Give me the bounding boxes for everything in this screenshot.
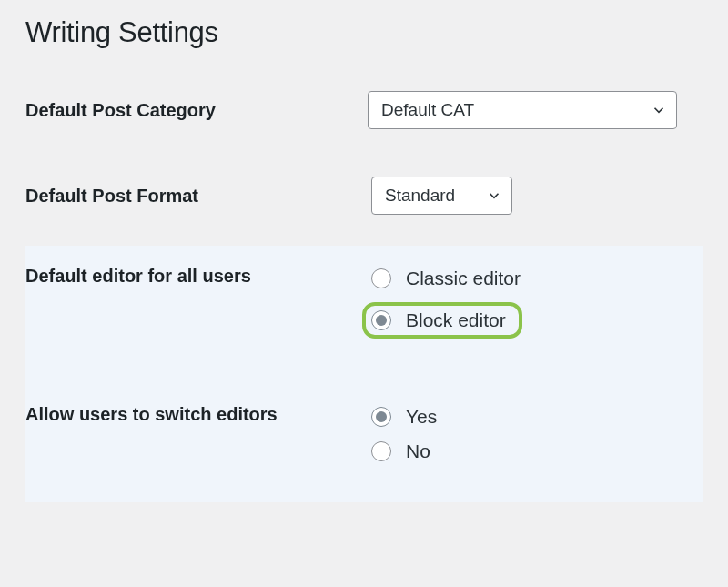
radio-label-block: Block editor — [406, 309, 506, 331]
radio-icon — [371, 407, 391, 427]
row-default-editor: Default editor for all users Classic edi… — [25, 246, 703, 357]
label-allow-switch: Allow users to switch editors — [25, 402, 371, 426]
label-default-post-category: Default Post Category — [25, 98, 368, 122]
highlighted-option-block-editor: Block editor — [362, 302, 522, 339]
radio-option-switch-no[interactable]: No — [371, 440, 677, 462]
select-format-value: Standard — [385, 186, 455, 206]
row-allow-switch: Allow users to switch editors Yes No — [25, 357, 703, 502]
radio-option-classic-editor[interactable]: Classic editor — [371, 268, 677, 289]
radio-icon — [371, 268, 391, 288]
row-default-post-category: Default Post Category Default CAT — [25, 84, 703, 160]
radio-option-switch-yes[interactable]: Yes — [371, 406, 677, 428]
label-default-post-format: Default Post Format — [25, 184, 371, 207]
row-default-post-format: Default Post Format Standard — [25, 160, 703, 246]
radio-label-yes: Yes — [406, 406, 437, 428]
radio-option-block-editor[interactable]: Block editor — [371, 309, 506, 331]
select-default-post-format[interactable]: Standard — [371, 177, 512, 215]
chevron-down-icon — [486, 187, 502, 204]
radio-icon — [371, 310, 391, 330]
radio-label-no: No — [406, 440, 430, 462]
page-title: Writing Settings — [25, 16, 703, 49]
label-default-editor: Default editor for all users — [25, 264, 371, 288]
radio-icon — [371, 441, 391, 461]
select-category-value: Default CAT — [381, 100, 474, 120]
select-default-post-category[interactable]: Default CAT — [368, 91, 677, 129]
radio-label-classic: Classic editor — [406, 268, 521, 289]
chevron-down-icon — [651, 102, 667, 118]
